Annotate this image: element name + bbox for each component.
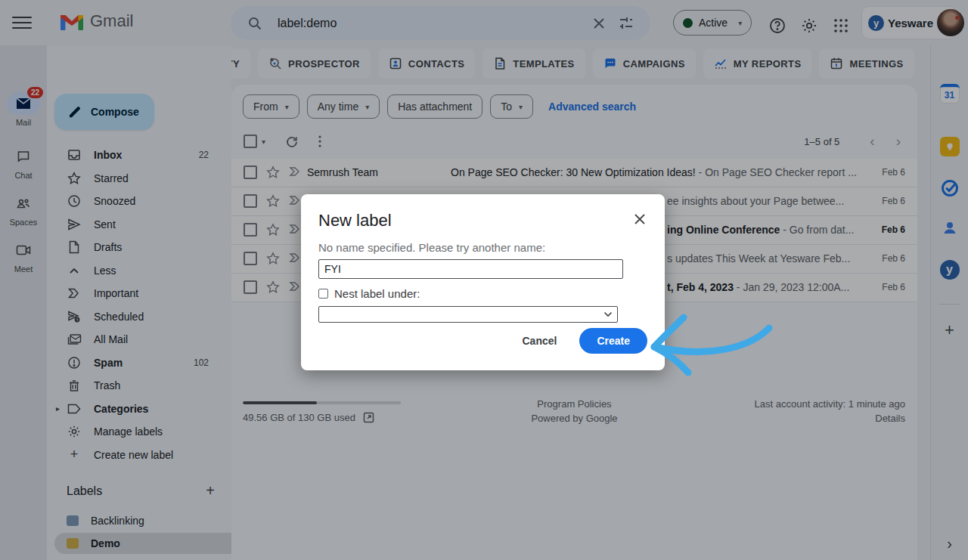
dialog-actions: Cancel Create [522,328,647,354]
cancel-button[interactable]: Cancel [522,335,557,347]
create-button[interactable]: Create [579,328,647,354]
parent-label-select[interactable] [318,306,618,323]
dialog-message: No name specified. Please try another na… [318,241,647,254]
close-icon[interactable] [630,209,650,229]
nest-label-checkbox[interactable] [318,289,328,299]
nest-label-text: Nest label under: [334,287,420,300]
dialog-title: New label [318,211,647,230]
new-label-dialog: New label No name specified. Please try … [301,194,665,370]
nest-label-row: Nest label under: [318,287,647,300]
chevron-down-icon [603,311,613,317]
label-name-input[interactable] [318,259,623,279]
